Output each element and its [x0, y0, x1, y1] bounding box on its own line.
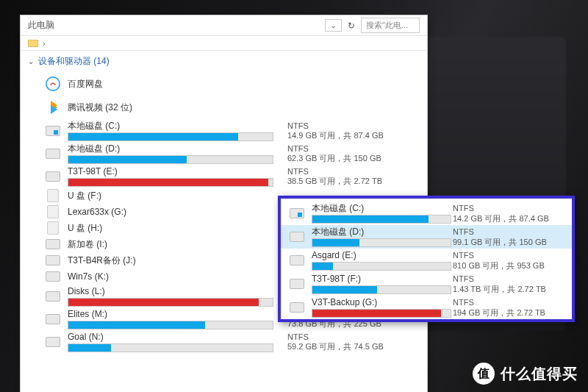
drive-label: T3T-B4R备份 (J:) [68, 254, 280, 266]
drive-label: Elites (M:) [68, 308, 280, 320]
breadcrumb[interactable]: › [21, 36, 427, 51]
hard-drive-icon [290, 232, 304, 242]
drive-label: 本地磁盘 (D:) [68, 143, 280, 154]
refresh-icon[interactable]: ↻ [345, 21, 358, 31]
baidu-icon [46, 76, 60, 91]
hard-drive-icon [290, 208, 304, 218]
drive-label: 本地磁盘 (D:) [312, 227, 445, 238]
path-title[interactable]: 此电脑 [28, 19, 54, 32]
usb-drive-icon [46, 221, 60, 235]
drive-label: Disks (L:) [68, 285, 280, 297]
drive-free: 14.9 GB 可用，共 87.4 GB [287, 130, 420, 140]
drive-fs: NTFS [453, 274, 563, 284]
overlay-drive-item[interactable]: 本地磁盘 (D:)NTFS99.1 GB 可用，共 150 GB [281, 225, 572, 249]
capacity-bar [68, 298, 273, 307]
drive-label: Win7s (K:) [68, 271, 280, 282]
drive-label: T3T-98T (F:) [312, 274, 445, 285]
hard-drive-icon [46, 269, 60, 284]
hard-drive-icon [46, 146, 60, 161]
watermark-badge: 值 [473, 363, 495, 385]
overlay-drive-item[interactable]: 本地磁盘 (C:)NTFS14.2 GB 可用，共 87.4 GB [281, 202, 572, 225]
folder-icon [28, 40, 38, 47]
app-label: 腾讯视频 (32 位) [68, 101, 132, 113]
usb-drive-icon [46, 188, 60, 203]
capacity-bar [312, 215, 451, 224]
capacity-bar [312, 285, 451, 294]
chevron-down-icon: ⌄ [28, 57, 34, 65]
hard-drive-icon [46, 253, 60, 268]
capacity-bar [312, 238, 451, 247]
drive-fs: NTFS [453, 297, 563, 307]
overlay-drive-item[interactable]: Asgard (E:)NTFS810 GB 可用，共 953 GB [281, 249, 572, 272]
drive-fs: NTFS [453, 250, 563, 260]
drive-item[interactable]: 本地磁盘 (C:)NTFS14.9 GB 可用，共 87.4 GB [21, 119, 427, 142]
drive-item[interactable]: 本地磁盘 (D:)NTFS62.3 GB 可用，共 150 GB [21, 142, 427, 165]
drive-label: U 盘 (H:) [68, 222, 280, 234]
hard-drive-icon [290, 302, 304, 313]
drive-fs: NTFS [453, 227, 563, 237]
drive-free: 194 GB 可用，共 2.72 TB [453, 307, 563, 318]
toolbar: 此电脑 ⌄ ↻ 搜索"此电... [21, 15, 427, 36]
section-title: 设备和驱动器 (14) [38, 55, 110, 68]
drive-item[interactable]: T3T-98T (E:)NTFS38.5 GB 可用，共 2.72 TB [21, 165, 427, 188]
drive-label: V3T-Backup (G:) [312, 297, 445, 308]
drive-fs: NTFS [287, 144, 420, 153]
hard-drive-icon [46, 169, 60, 184]
app-item[interactable]: 百度网盘 [21, 72, 427, 96]
drive-label: 本地磁盘 (C:) [312, 203, 445, 214]
capacity-bar [68, 343, 273, 352]
capacity-bar [68, 321, 273, 329]
drive-free: 810 GB 可用，共 953 GB [453, 260, 563, 271]
drive-label: Asgard (E:) [312, 250, 445, 261]
overlay-drive-item[interactable]: T3T-98T (F:)NTFS1.43 TB 可用，共 2.72 TB [281, 272, 572, 296]
overlay-drive-item[interactable]: V3T-Backup (G:)NTFS194 GB 可用，共 2.72 TB [281, 296, 572, 319]
drive-fs: NTFS [287, 332, 420, 341]
hard-drive-icon [46, 335, 60, 349]
drive-free: 99.1 GB 可用，共 150 GB [453, 237, 563, 247]
drive-free: 1.43 TB 可用，共 2.72 TB [453, 284, 563, 294]
capacity-bar [312, 262, 451, 271]
drive-free: 14.2 GB 可用，共 87.4 GB [453, 213, 563, 224]
hard-drive-icon [46, 312, 60, 327]
drive-label: Goal (N:) [68, 331, 280, 343]
hard-drive-icon [46, 289, 60, 304]
overlay-panel: 本地磁盘 (C:)NTFS14.2 GB 可用，共 87.4 GB本地磁盘 (D… [278, 196, 575, 322]
drive-fs: NTFS [453, 203, 563, 213]
tencent-video-icon [46, 100, 60, 115]
hard-drive-icon [290, 255, 304, 266]
capacity-bar [68, 155, 273, 164]
section-header[interactable]: ⌄ 设备和驱动器 (14) [21, 51, 427, 72]
drive-label: Lexar633x (G:) [68, 206, 280, 218]
capacity-bar [312, 309, 451, 318]
app-item[interactable]: 腾讯视频 (32 位) [21, 96, 427, 119]
drive-label: 本地磁盘 (C:) [68, 120, 280, 132]
view-dropdown[interactable]: ⌄ [325, 19, 342, 32]
drive-fs: NTFS [287, 167, 420, 176]
hard-drive-icon [46, 237, 60, 252]
drive-free: 59.2 GB 可用，共 74.5 GB [287, 341, 420, 352]
search-input[interactable]: 搜索"此电... [361, 18, 420, 33]
drive-item[interactable]: Goal (N:)NTFS59.2 GB 可用，共 74.5 GB [21, 330, 427, 353]
capacity-bar [68, 178, 273, 187]
capacity-bar [68, 132, 273, 141]
drive-label: T3T-98T (E:) [68, 165, 280, 177]
app-label: 百度网盘 [68, 78, 103, 90]
toolbar-right: ⌄ ↻ 搜索"此电... [325, 18, 420, 33]
watermark-text: 什么值得买 [501, 364, 578, 384]
hard-drive-icon [290, 279, 304, 289]
watermark: 值 什么值得买 [473, 363, 578, 385]
hard-drive-icon [46, 124, 60, 138]
drive-label: U 盘 (F:) [68, 190, 280, 202]
drive-free: 38.5 GB 可用，共 2.72 TB [287, 176, 420, 186]
drive-label: 新加卷 (I:) [68, 238, 280, 250]
usb-drive-icon [46, 204, 60, 219]
drive-free: 62.3 GB 可用，共 150 GB [287, 153, 420, 163]
drive-fs: NTFS [287, 121, 420, 130]
breadcrumb-sep: › [43, 39, 46, 48]
